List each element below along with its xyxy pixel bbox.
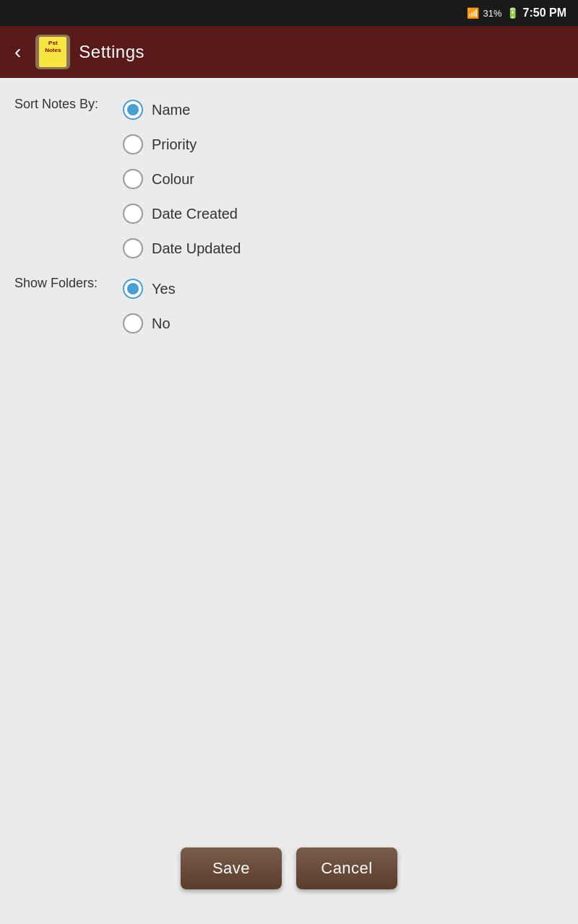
battery-icon: 🔋 xyxy=(506,7,519,19)
sort-name-option[interactable]: Name xyxy=(123,92,241,127)
sort-colour-label: Colour xyxy=(152,171,194,188)
sort-date-created-label: Date Created xyxy=(152,206,238,222)
folder-no-radio[interactable] xyxy=(123,313,143,334)
sort-date-updated-radio[interactable] xyxy=(123,238,143,258)
folder-yes-radio[interactable] xyxy=(123,279,143,299)
folder-yes-option[interactable]: Yes xyxy=(123,271,176,306)
sort-date-updated-option[interactable]: Date Updated xyxy=(123,231,241,266)
status-icons: 📶 31% 🔋 7:50 PM xyxy=(467,6,567,19)
sort-notes-radio-group: Name Priority Colour Date Created Da xyxy=(123,92,241,266)
show-folders-radio-group: Yes No xyxy=(123,271,176,341)
sort-date-created-radio[interactable] xyxy=(123,204,143,224)
sort-colour-radio[interactable] xyxy=(123,169,143,189)
app-icon-text: PstNotes xyxy=(42,40,64,53)
toolbar: ‹ PstNotes Settings xyxy=(0,26,578,78)
sort-notes-section: Sort Notes By: Name Priority Colour Da xyxy=(0,92,578,266)
time-display: 7:50 PM xyxy=(523,6,566,19)
show-folders-label: Show Folders: xyxy=(14,271,123,341)
sort-name-radio[interactable] xyxy=(123,100,143,120)
sort-name-label: Name xyxy=(152,102,190,118)
wifi-icon: 📶 xyxy=(467,7,479,19)
back-button[interactable]: ‹ xyxy=(9,39,27,65)
page-title: Settings xyxy=(79,42,144,62)
folder-no-option[interactable]: No xyxy=(123,306,176,341)
sort-date-updated-label: Date Updated xyxy=(152,240,241,257)
action-buttons: Save Cancel xyxy=(0,847,578,889)
show-folders-section: Show Folders: Yes No xyxy=(0,271,578,341)
sort-notes-label: Sort Notes By: xyxy=(14,92,123,266)
cancel-button[interactable]: Cancel xyxy=(296,847,397,889)
app-icon: PstNotes xyxy=(35,35,70,69)
sort-colour-option[interactable]: Colour xyxy=(123,162,241,196)
sort-priority-label: Priority xyxy=(152,136,197,153)
status-bar: 📶 31% 🔋 7:50 PM xyxy=(0,0,578,26)
sort-date-created-option[interactable]: Date Created xyxy=(123,196,241,231)
save-button[interactable]: Save xyxy=(181,847,282,889)
folder-yes-label: Yes xyxy=(152,281,176,297)
folder-no-label: No xyxy=(152,315,171,332)
battery-text: 31% xyxy=(483,8,502,19)
sort-priority-option[interactable]: Priority xyxy=(123,127,241,162)
sort-priority-radio[interactable] xyxy=(123,134,143,154)
settings-content: Sort Notes By: Name Priority Colour Da xyxy=(0,78,578,924)
